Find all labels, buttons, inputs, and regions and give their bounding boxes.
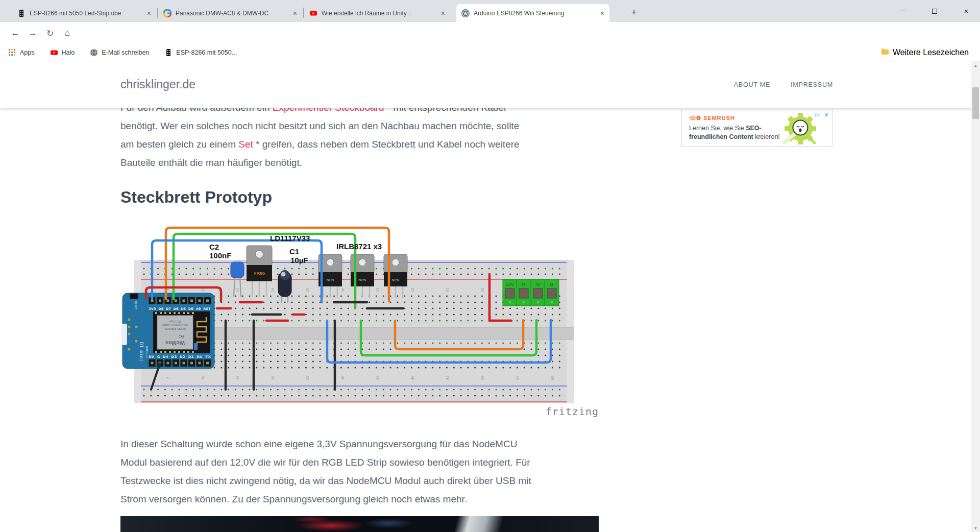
- rgb-terminal-block: 12V R G B: [503, 279, 559, 306]
- svg-text:MODEL ESP-8266: MODEL ESP-8266: [164, 327, 186, 330]
- paragraph-line: Bauteile enthält die man häufiger benöti…: [120, 154, 603, 172]
- svg-text:40: 40: [411, 288, 415, 292]
- site-nav: ABOUT ME IMPRESSUM: [734, 61, 833, 108]
- text: Lernen Sie, wie Sie: [689, 125, 746, 132]
- svg-text:3V3 D8 D7 D6 D5 D0 A0 RST: 3V3 D8 D7 D6 D5 D0 A0 RST: [149, 307, 211, 310]
- paragraph-line: Modul basierend auf den 12,0V die wir fü…: [120, 453, 603, 472]
- breadboard-diagram: 5510101515202025253030353540404545505055…: [120, 225, 599, 406]
- semrush-swoosh-icon: [689, 115, 701, 121]
- label-c1: C1: [289, 247, 299, 256]
- svg-text:60: 60: [551, 376, 555, 380]
- svg-text:FC: FC: [179, 334, 184, 338]
- svg-text:15: 15: [236, 376, 240, 380]
- fritzing-watermark: fritzing: [120, 405, 599, 418]
- svg-text:B: B: [550, 281, 554, 287]
- svg-text:WeMos.cc: WeMos.cc: [145, 346, 149, 358]
- text: am besten gleich zu einem: [120, 139, 238, 150]
- svg-text:NPN: NPN: [392, 278, 400, 282]
- svg-text:WeMos: WeMos: [165, 340, 185, 346]
- svg-text:NPN: NPN: [327, 278, 334, 282]
- semrush-logo: SEMRUSH: [689, 115, 735, 121]
- section-heading: Steckbrett Prototyp: [120, 188, 272, 207]
- svg-text:30: 30: [341, 288, 345, 292]
- svg-text:G: G: [536, 281, 540, 287]
- paragraph-line: am besten gleich zu einem Set * greifen,…: [120, 135, 603, 154]
- nav-about-me[interactable]: ABOUT ME: [734, 81, 770, 88]
- adchoices-icon[interactable]: ▷: [816, 111, 820, 118]
- svg-text:RESET: RESET: [134, 301, 137, 310]
- gear-magnifier-illustration: [772, 112, 819, 148]
- wiring-photo: [120, 516, 599, 532]
- svg-text:35: 35: [376, 376, 380, 380]
- svg-text:30: 30: [341, 376, 345, 380]
- svg-text:20: 20: [271, 288, 275, 292]
- browser-window: ESP-8266 mit 5050 Led-Strip übe × Panaso…: [0, 0, 980, 532]
- svg-text:50: 50: [481, 288, 485, 292]
- paragraph-line: Strom versorgen können. Zu der Spannungs…: [120, 490, 603, 509]
- svg-text:12V: 12V: [506, 281, 515, 287]
- scroll-up-icon[interactable]: ▲: [971, 61, 980, 69]
- svg-text:45: 45: [446, 376, 450, 380]
- label-irlb8721: IRLB8721 x3: [336, 242, 382, 251]
- paragraph-line: Testzwecke ist dies nicht zwingend nötig…: [120, 472, 603, 490]
- label-c2: C2: [209, 243, 219, 251]
- svg-text:35: 35: [376, 288, 380, 292]
- svg-text:D1 mini: D1 mini: [139, 342, 144, 361]
- text: * greifen, dass neben dem Steckbrett und…: [253, 139, 520, 150]
- svg-text:NPN: NPN: [359, 278, 366, 282]
- text: Bauteile enthält die man häufiger benöti…: [120, 157, 302, 168]
- link-set[interactable]: Set: [238, 139, 253, 150]
- body-paragraph: In dieser Schaltung wurde schon eine eig…: [120, 435, 603, 509]
- svg-text:5V G D4 D3 D2 D1 RX TX: 5V G D4 D3 D2 D1 RX TX: [149, 355, 211, 358]
- svg-text:45: 45: [446, 288, 450, 292]
- svg-text:15: 15: [236, 288, 240, 292]
- ad-text: Lernen Sie, wie Sie SEO- freundlichen Co…: [689, 124, 780, 141]
- ad-brand-text: SEMRUSH: [703, 115, 735, 121]
- site-header: chrisklinger.de ABOUT ME IMPRESSUM: [0, 61, 980, 108]
- svg-text:55: 55: [516, 376, 520, 380]
- page-scrollbar: ▲ ▼: [971, 61, 980, 532]
- svg-text:V REG: V REG: [254, 272, 265, 275]
- svg-text:R: R: [522, 281, 526, 287]
- svg-text:ISM 2.4GHz PA +25dBm: ISM 2.4GHz PA +25dBm: [162, 324, 188, 326]
- paragraph-line: In dieser Schaltung wurde schon eine eig…: [120, 435, 603, 453]
- semrush-ad[interactable]: SEMRUSH Lernen Sie, wie Sie SEO- freundl…: [681, 110, 832, 147]
- scroll-down-icon[interactable]: ▼: [971, 524, 980, 532]
- svg-text:10: 10: [201, 376, 205, 380]
- label-c2-value: 100nF: [209, 251, 231, 260]
- intro-paragraph: Für den Aufbau wird außerdem ein Experim…: [120, 99, 603, 172]
- svg-text:25: 25: [306, 376, 310, 380]
- scrollbar-thumb[interactable]: [972, 87, 979, 119]
- svg-text:50: 50: [481, 376, 485, 380]
- ad-close-icon[interactable]: ×: [824, 111, 828, 119]
- svg-text:25: 25: [306, 288, 310, 292]
- svg-text:40: 40: [411, 376, 415, 380]
- svg-text:802.11b/g/n: 802.11b/g/n: [169, 320, 181, 323]
- site-logo[interactable]: chrisklinger.de: [120, 61, 195, 108]
- paragraph-line: benötigt. Wer ein solches noch nicht bes…: [120, 117, 603, 135]
- wemos-d1-mini-board: RESET 3V3 D8 D7 D6 D5 D0 A0 RST WeMos: [121, 293, 214, 369]
- text: benötigt. Wer ein solches noch nicht bes…: [120, 120, 519, 131]
- nav-impressum[interactable]: IMPRESSUM: [791, 81, 833, 88]
- label-c1-value: 10µF: [290, 256, 308, 264]
- svg-text:20: 20: [271, 376, 275, 380]
- text: freundlichen Content: [689, 133, 753, 140]
- text: SEO-: [746, 125, 762, 132]
- label-ld1117: LD1117V33: [270, 234, 310, 243]
- svg-text:5: 5: [166, 377, 170, 379]
